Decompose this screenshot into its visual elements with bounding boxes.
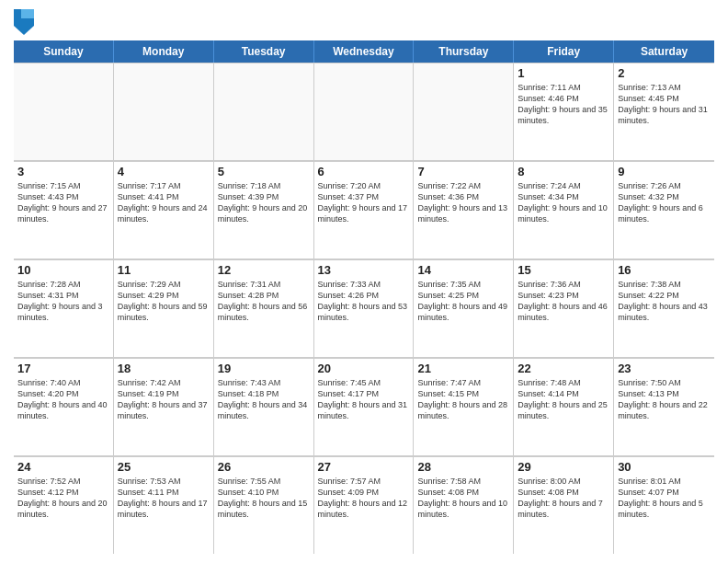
calendar-cell: 4Sunrise: 7:17 AM Sunset: 4:41 PM Daylig… bbox=[114, 162, 214, 259]
day-number: 6 bbox=[318, 165, 410, 178]
day-info: Sunrise: 7:28 AM Sunset: 4:31 PM Dayligh… bbox=[17, 279, 109, 324]
calendar-cell: 19Sunrise: 7:43 AM Sunset: 4:18 PM Dayli… bbox=[214, 359, 314, 455]
calendar-cell: 26Sunrise: 7:55 AM Sunset: 4:10 PM Dayli… bbox=[214, 457, 314, 554]
day-number: 8 bbox=[518, 165, 609, 178]
day-number: 16 bbox=[618, 263, 711, 277]
calendar-cell: 27Sunrise: 7:57 AM Sunset: 4:09 PM Dayli… bbox=[314, 457, 415, 554]
calendar-cell: 16Sunrise: 7:38 AM Sunset: 4:22 PM Dayli… bbox=[614, 260, 714, 357]
day-number: 12 bbox=[218, 263, 310, 277]
day-number: 2 bbox=[618, 66, 711, 80]
calendar-cell: 13Sunrise: 7:33 AM Sunset: 4:26 PM Dayli… bbox=[314, 260, 415, 357]
day-info: Sunrise: 7:42 AM Sunset: 4:19 PM Dayligh… bbox=[118, 377, 210, 422]
day-number: 10 bbox=[17, 263, 109, 277]
day-info: Sunrise: 7:15 AM Sunset: 4:43 PM Dayligh… bbox=[17, 180, 109, 225]
day-info: Sunrise: 7:50 AM Sunset: 4:13 PM Dayligh… bbox=[618, 377, 711, 422]
calendar-cell: 29Sunrise: 8:00 AM Sunset: 4:08 PM Dayli… bbox=[514, 457, 614, 554]
day-info: Sunrise: 7:24 AM Sunset: 4:34 PM Dayligh… bbox=[518, 180, 609, 225]
day-number: 18 bbox=[118, 362, 210, 375]
calendar: SundayMondayTuesdayWednesdayThursdayFrid… bbox=[14, 40, 714, 554]
calendar-cell: 30Sunrise: 8:01 AM Sunset: 4:07 PM Dayli… bbox=[614, 457, 714, 554]
day-info: Sunrise: 7:31 AM Sunset: 4:28 PM Dayligh… bbox=[218, 279, 310, 324]
weekday-header-saturday: Saturday bbox=[614, 40, 714, 63]
day-number: 9 bbox=[618, 165, 711, 178]
day-number: 24 bbox=[17, 460, 109, 474]
day-number: 7 bbox=[417, 165, 509, 178]
day-number: 22 bbox=[518, 362, 609, 375]
day-info: Sunrise: 7:33 AM Sunset: 4:26 PM Dayligh… bbox=[318, 279, 410, 324]
day-number: 26 bbox=[218, 460, 310, 474]
calendar-cell: 18Sunrise: 7:42 AM Sunset: 4:19 PM Dayli… bbox=[114, 359, 214, 455]
day-info: Sunrise: 7:45 AM Sunset: 4:17 PM Dayligh… bbox=[318, 377, 410, 422]
day-info: Sunrise: 7:18 AM Sunset: 4:39 PM Dayligh… bbox=[218, 180, 310, 225]
calendar-cell: 2Sunrise: 7:13 AM Sunset: 4:45 PM Daylig… bbox=[614, 63, 714, 160]
calendar-cell: 14Sunrise: 7:35 AM Sunset: 4:25 PM Dayli… bbox=[414, 260, 514, 357]
calendar-cell: 6Sunrise: 7:20 AM Sunset: 4:37 PM Daylig… bbox=[314, 162, 415, 259]
day-info: Sunrise: 7:53 AM Sunset: 4:11 PM Dayligh… bbox=[118, 476, 210, 521]
day-number: 5 bbox=[218, 165, 310, 178]
calendar-cell bbox=[314, 63, 415, 160]
day-number: 28 bbox=[417, 460, 509, 474]
day-number: 20 bbox=[318, 362, 410, 375]
day-number: 4 bbox=[118, 165, 210, 178]
day-info: Sunrise: 7:40 AM Sunset: 4:20 PM Dayligh… bbox=[17, 377, 109, 422]
day-number: 1 bbox=[518, 66, 609, 80]
day-info: Sunrise: 7:43 AM Sunset: 4:18 PM Dayligh… bbox=[218, 377, 310, 422]
day-info: Sunrise: 8:01 AM Sunset: 4:07 PM Dayligh… bbox=[618, 476, 711, 521]
calendar-row-4: 24Sunrise: 7:52 AM Sunset: 4:12 PM Dayli… bbox=[14, 456, 714, 554]
day-number: 27 bbox=[318, 460, 410, 474]
calendar-row-1: 3Sunrise: 7:15 AM Sunset: 4:43 PM Daylig… bbox=[14, 161, 714, 259]
calendar-cell: 17Sunrise: 7:40 AM Sunset: 4:20 PM Dayli… bbox=[14, 359, 114, 455]
calendar-cell: 12Sunrise: 7:31 AM Sunset: 4:28 PM Dayli… bbox=[214, 260, 314, 357]
day-info: Sunrise: 7:36 AM Sunset: 4:23 PM Dayligh… bbox=[518, 279, 609, 324]
calendar-row-3: 17Sunrise: 7:40 AM Sunset: 4:20 PM Dayli… bbox=[14, 358, 714, 456]
day-info: Sunrise: 7:52 AM Sunset: 4:12 PM Dayligh… bbox=[17, 476, 109, 521]
calendar-cell: 20Sunrise: 7:45 AM Sunset: 4:17 PM Dayli… bbox=[314, 359, 415, 455]
calendar-cell: 28Sunrise: 7:58 AM Sunset: 4:08 PM Dayli… bbox=[414, 457, 514, 554]
calendar-body: 1Sunrise: 7:11 AM Sunset: 4:46 PM Daylig… bbox=[14, 63, 714, 554]
day-number: 25 bbox=[118, 460, 210, 474]
weekday-header-sunday: Sunday bbox=[14, 40, 114, 63]
day-info: Sunrise: 7:20 AM Sunset: 4:37 PM Dayligh… bbox=[318, 180, 410, 225]
day-number: 21 bbox=[417, 362, 509, 375]
day-number: 30 bbox=[618, 460, 711, 474]
calendar-cell bbox=[214, 63, 314, 160]
calendar-cell bbox=[14, 63, 114, 160]
calendar-cell: 1Sunrise: 7:11 AM Sunset: 4:46 PM Daylig… bbox=[514, 63, 614, 160]
day-info: Sunrise: 7:11 AM Sunset: 4:46 PM Dayligh… bbox=[518, 82, 609, 127]
day-info: Sunrise: 7:26 AM Sunset: 4:32 PM Dayligh… bbox=[618, 180, 711, 225]
weekday-header-wednesday: Wednesday bbox=[314, 40, 415, 63]
calendar-cell: 24Sunrise: 7:52 AM Sunset: 4:12 PM Dayli… bbox=[14, 457, 114, 554]
day-number: 13 bbox=[318, 263, 410, 277]
day-number: 3 bbox=[17, 165, 109, 178]
day-info: Sunrise: 7:29 AM Sunset: 4:29 PM Dayligh… bbox=[118, 279, 210, 324]
weekday-header-friday: Friday bbox=[514, 40, 614, 63]
calendar-cell: 8Sunrise: 7:24 AM Sunset: 4:34 PM Daylig… bbox=[514, 162, 614, 259]
calendar-cell: 9Sunrise: 7:26 AM Sunset: 4:32 PM Daylig… bbox=[614, 162, 714, 259]
weekday-header-monday: Monday bbox=[114, 40, 214, 63]
calendar-cell: 23Sunrise: 7:50 AM Sunset: 4:13 PM Dayli… bbox=[614, 359, 714, 455]
day-info: Sunrise: 7:17 AM Sunset: 4:41 PM Dayligh… bbox=[118, 180, 210, 225]
day-number: 29 bbox=[518, 460, 609, 474]
calendar-cell: 10Sunrise: 7:28 AM Sunset: 4:31 PM Dayli… bbox=[14, 260, 114, 357]
svg-marker-1 bbox=[21, 9, 34, 18]
day-info: Sunrise: 7:57 AM Sunset: 4:09 PM Dayligh… bbox=[318, 476, 410, 521]
calendar-cell: 11Sunrise: 7:29 AM Sunset: 4:29 PM Dayli… bbox=[114, 260, 214, 357]
calendar-cell: 22Sunrise: 7:48 AM Sunset: 4:14 PM Dayli… bbox=[514, 359, 614, 455]
calendar-cell: 15Sunrise: 7:36 AM Sunset: 4:23 PM Dayli… bbox=[514, 260, 614, 357]
day-info: Sunrise: 8:00 AM Sunset: 4:08 PM Dayligh… bbox=[518, 476, 609, 521]
calendar-cell bbox=[114, 63, 214, 160]
calendar-cell: 5Sunrise: 7:18 AM Sunset: 4:39 PM Daylig… bbox=[214, 162, 314, 259]
day-info: Sunrise: 7:47 AM Sunset: 4:15 PM Dayligh… bbox=[417, 377, 509, 422]
calendar-cell: 7Sunrise: 7:22 AM Sunset: 4:36 PM Daylig… bbox=[414, 162, 514, 259]
calendar-cell: 25Sunrise: 7:53 AM Sunset: 4:11 PM Dayli… bbox=[114, 457, 214, 554]
day-number: 11 bbox=[118, 263, 210, 277]
logo-icon bbox=[14, 9, 34, 35]
day-number: 19 bbox=[218, 362, 310, 375]
calendar-cell: 21Sunrise: 7:47 AM Sunset: 4:15 PM Dayli… bbox=[414, 359, 514, 455]
day-info: Sunrise: 7:35 AM Sunset: 4:25 PM Dayligh… bbox=[417, 279, 509, 324]
day-info: Sunrise: 7:38 AM Sunset: 4:22 PM Dayligh… bbox=[618, 279, 711, 324]
day-info: Sunrise: 7:58 AM Sunset: 4:08 PM Dayligh… bbox=[417, 476, 509, 521]
weekday-header-tuesday: Tuesday bbox=[214, 40, 314, 63]
calendar-cell: 3Sunrise: 7:15 AM Sunset: 4:43 PM Daylig… bbox=[14, 162, 114, 259]
day-info: Sunrise: 7:13 AM Sunset: 4:45 PM Dayligh… bbox=[618, 82, 711, 127]
